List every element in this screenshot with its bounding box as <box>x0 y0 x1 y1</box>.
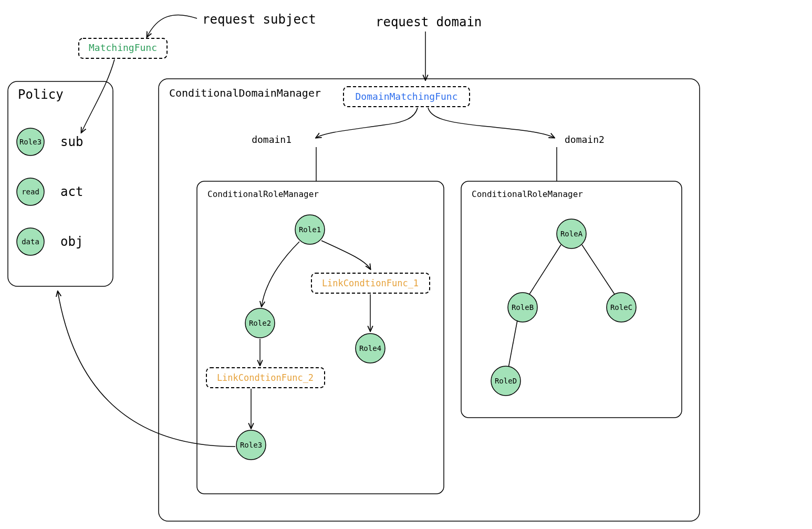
svg-text:Role3: Role3 <box>240 441 262 449</box>
svg-text:LinkCondtionFunc_2: LinkCondtionFunc_2 <box>217 372 314 383</box>
conditional-domain-manager-box: ConditionalDomainManager DomainMatchingF… <box>159 79 700 521</box>
svg-text:RoleA: RoleA <box>560 230 583 238</box>
svg-text:LinkCondtionFunc_1: LinkCondtionFunc_1 <box>322 278 419 288</box>
svg-text:ConditionalRoleManager: ConditionalRoleManager <box>472 189 583 199</box>
policy-title: Policy <box>18 87 64 102</box>
link-cond-2-box: LinkCondtionFunc_2 <box>206 368 325 388</box>
edge-a-b <box>529 245 561 294</box>
svg-text:read: read <box>22 188 39 196</box>
svg-text:ConditionalRoleManager: ConditionalRoleManager <box>207 189 319 199</box>
crm-domain2-box: ConditionalRoleManager RoleA RoleB RoleC <box>461 181 682 418</box>
diagram-root: request subject MatchingFunc Policy Role… <box>0 0 812 529</box>
roleb-node: RoleB <box>508 293 537 322</box>
link-cond-1-box: LinkCondtionFunc_1 <box>311 273 430 293</box>
svg-text:Role2: Role2 <box>249 319 271 327</box>
svg-text:RoleB: RoleB <box>512 303 534 312</box>
svg-text:Role1: Role1 <box>299 225 321 234</box>
svg-text:DomainMatchingFunc: DomainMatchingFunc <box>355 91 457 102</box>
svg-text:RoleC: RoleC <box>610 303 632 312</box>
svg-text:act: act <box>60 184 83 199</box>
domain2-label: domain2 <box>565 134 605 145</box>
svg-text:sub: sub <box>60 134 83 149</box>
arrow-dmf-domain1 <box>316 108 418 138</box>
edge-b-d <box>508 320 517 368</box>
request-domain-label: request domain <box>376 15 482 29</box>
arrow-req-subject <box>147 15 197 37</box>
role4-node: Role4 <box>356 334 385 363</box>
svg-text:data: data <box>22 237 39 246</box>
rolea-node: RoleA <box>557 219 586 248</box>
policy-item-0: Role3 sub <box>17 128 83 155</box>
edge-a-c <box>582 245 615 294</box>
arrow-matchfunc-to-sub <box>81 59 114 132</box>
svg-text:obj: obj <box>60 234 83 249</box>
svg-text:ConditionalDomainManager: ConditionalDomainManager <box>169 87 321 99</box>
svg-text:Role3: Role3 <box>19 138 41 146</box>
svg-text:Role4: Role4 <box>359 344 381 352</box>
policy-item-1: read act <box>17 178 83 205</box>
domain1-label: domain1 <box>252 134 292 145</box>
matching-func-box: MatchingFunc <box>79 38 167 58</box>
policy-box: Policy Role3 sub read act data obj <box>8 81 113 286</box>
roled-node: RoleD <box>491 366 520 396</box>
role2-node: Role2 <box>245 308 275 338</box>
policy-item-2: data obj <box>17 228 83 255</box>
arrow-r1-r2 <box>262 242 299 306</box>
svg-text:MatchingFunc: MatchingFunc <box>89 42 157 53</box>
crm-domain1-box: ConditionalRoleManager Role1 LinkCondtio… <box>197 181 444 494</box>
arrow-r1-lc1 <box>321 241 370 269</box>
arrow-dmf-domain2 <box>428 108 554 138</box>
domain-matching-func-box: DomainMatchingFunc <box>343 87 470 107</box>
svg-text:RoleD: RoleD <box>495 377 517 385</box>
role1-node: Role1 <box>295 215 325 244</box>
request-subject-label: request subject <box>202 12 316 27</box>
rolec-node: RoleC <box>607 293 636 322</box>
role3-node: Role3 <box>236 430 266 460</box>
